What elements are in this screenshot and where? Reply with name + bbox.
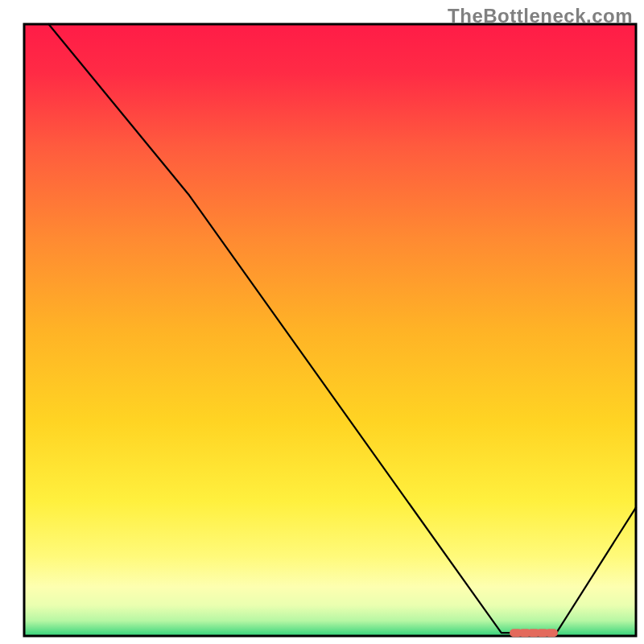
chart-plot xyxy=(0,0,644,644)
watermark-text: TheBottleneck.com xyxy=(448,5,633,27)
gradient-area xyxy=(24,24,636,636)
chart-canvas: TheBottleneck.com xyxy=(0,0,644,644)
